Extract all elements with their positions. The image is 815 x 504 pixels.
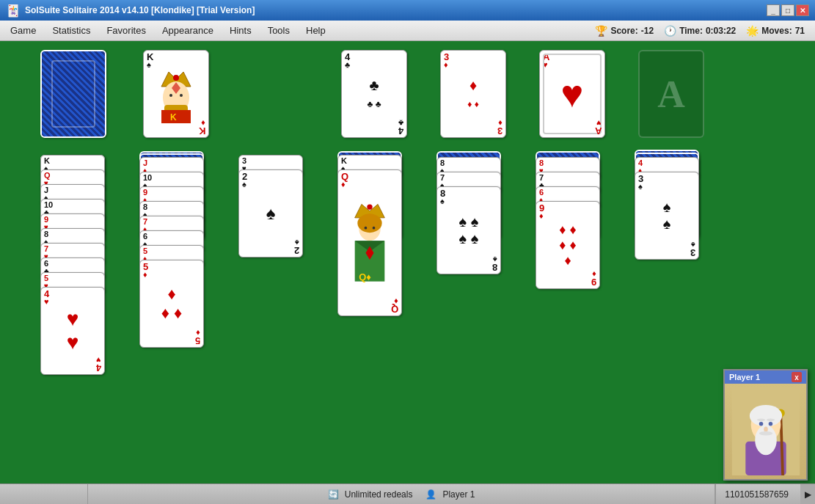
- menu-game[interactable]: Game: [3, 23, 43, 38]
- svg-point-27: [768, 422, 772, 426]
- score-value: -12: [641, 26, 654, 36]
- svg-point-26: [759, 422, 763, 426]
- player-icon-status: 👤: [425, 489, 436, 500]
- foundation-3[interactable]: A ♥ ♥ A ♥: [539, 50, 605, 138]
- svg-point-10: [367, 204, 372, 209]
- waste-pile-card[interactable]: K ♠ K K ♦: [143, 50, 209, 138]
- tableau-3-2[interactable]: 2 ♠ ♠ 2 ♠: [238, 169, 303, 258]
- score-display: 🏆 Score: -12: [595, 25, 654, 37]
- time-display: 🕐 Time: 0:03:22: [664, 25, 736, 37]
- game-area[interactable]: K ♠ K K ♦: [0, 41, 815, 504]
- moves-label: Moves:: [761, 26, 792, 36]
- app-icon: 🃏: [6, 4, 21, 18]
- svg-point-31: [759, 431, 772, 436]
- status-bar: 🔄 Unlimited redeals 👤 Player 1 110105158…: [0, 483, 815, 504]
- tableau-5-8b[interactable]: 8 ♠ ♠ ♠♠ ♠ 8 ♠: [436, 186, 501, 274]
- stock-pile[interactable]: [40, 50, 106, 138]
- svg-text:K: K: [170, 112, 177, 123]
- svg-point-30: [764, 427, 768, 432]
- window-controls[interactable]: _ □ ✕: [767, 4, 809, 16]
- redeals-icon: 🔄: [328, 489, 339, 500]
- maximize-button[interactable]: □: [781, 4, 794, 16]
- svg-point-12: [357, 213, 381, 233]
- player-status: Player 1: [442, 489, 475, 500]
- svg-point-13: [365, 227, 368, 230]
- redeals-text: Unlimited redeals: [345, 489, 413, 500]
- svg-point-14: [373, 227, 376, 230]
- time-label: Time:: [679, 26, 703, 36]
- score-icon: 🏆: [595, 25, 607, 37]
- score-label: Score:: [610, 26, 637, 36]
- tableau-7-3[interactable]: 3 ♠ ♠♠ 3 ♠: [635, 172, 699, 260]
- moves-icon: 🌟: [746, 25, 759, 37]
- svg-point-28: [757, 418, 765, 421]
- game-id: 1101051587659: [725, 489, 789, 500]
- svg-point-2: [173, 75, 179, 81]
- waste-suit-bot: ♦: [201, 119, 205, 127]
- player-panel-header: Player 1 x: [725, 370, 806, 384]
- title-bar-left: 🃏 SolSuite Solitaire 2014 v14.10 [Klondi…: [6, 4, 255, 18]
- svg-point-29: [766, 418, 774, 421]
- minimize-button[interactable]: _: [767, 4, 780, 16]
- menu-hints[interactable]: Hints: [222, 23, 259, 38]
- status-scroll-right[interactable]: ▶: [800, 484, 815, 504]
- player-panel-close-button[interactable]: x: [792, 372, 802, 382]
- close-button[interactable]: ✕: [796, 4, 809, 16]
- time-value: 0:03:22: [706, 26, 736, 36]
- svg-point-5: [180, 94, 183, 97]
- player-name: Player 1: [729, 373, 760, 381]
- player-panel: Player 1 x: [723, 369, 808, 481]
- svg-point-24: [749, 405, 781, 427]
- window-title: SolSuite Solitaire 2014 v14.10 [Klondike…: [25, 5, 255, 15]
- title-bar: 🃏 SolSuite Solitaire 2014 v14.10 [Klondi…: [0, 0, 815, 21]
- svg-text:Q♦: Q♦: [359, 271, 371, 282]
- tableau-4-q[interactable]: Q ♦ Q♦ Q ♦: [337, 169, 402, 316]
- menu-favorites[interactable]: Favorites: [99, 23, 153, 38]
- status-empty-left: [0, 484, 88, 504]
- foundation-4-empty[interactable]: A: [638, 50, 704, 138]
- menu-statistics[interactable]: Statistics: [45, 23, 98, 38]
- foundation-1[interactable]: 4 ♣ ♣♣ ♣ 4 ♣: [341, 50, 407, 138]
- waste-face: K: [144, 51, 208, 137]
- tableau-6-9[interactable]: 9 ♦ ♦ ♦♦ ♦♦ 9 ♦: [536, 201, 600, 289]
- tableau-1-4[interactable]: 4 ♥ ♥♥ 4 ♥: [40, 287, 105, 375]
- menu-tools[interactable]: Tools: [260, 23, 297, 38]
- menu-appearance[interactable]: Appearance: [155, 23, 221, 38]
- time-icon: 🕐: [664, 25, 676, 37]
- player-avatar: [725, 384, 806, 479]
- moves-display: 🌟 Moves: 71: [746, 25, 805, 37]
- svg-point-4: [169, 94, 172, 97]
- moves-value: 71: [795, 26, 805, 36]
- status-redeals: 🔄 Unlimited redeals 👤 Player 1: [88, 484, 715, 504]
- toolbar-right: 🏆 Score: -12 🕐 Time: 0:03:22 🌟 Moves: 71: [595, 25, 812, 37]
- menu-bar: Game Statistics Favorites Appearance Hin…: [0, 21, 815, 41]
- menu-help[interactable]: Help: [299, 23, 333, 38]
- foundation-2[interactable]: 3 ♦ ♦♦ ♦ 3 ♦: [440, 50, 506, 138]
- status-id: 1101051587659: [715, 484, 797, 504]
- tableau-2-bottom[interactable]: 5 ♦ ♦♦ ♦ 5 ♦: [139, 260, 204, 348]
